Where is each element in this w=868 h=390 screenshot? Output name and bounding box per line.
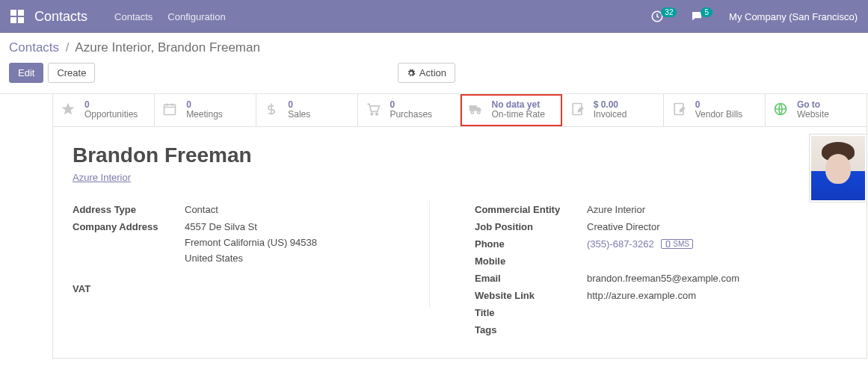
addr-line1: 4557 De Silva St xyxy=(185,221,445,232)
stat-label: On-time Rate xyxy=(492,110,545,120)
job-position-label: Job Position xyxy=(475,221,587,232)
breadcrumb-root[interactable]: Contacts xyxy=(9,40,59,55)
mobile-label: Mobile xyxy=(475,256,587,267)
control-panel: Edit Create Action xyxy=(0,58,868,94)
vat-label: VAT xyxy=(73,283,185,294)
action-button-label: Action xyxy=(419,67,446,78)
stat-on-time-rate[interactable]: No data yetOn-time Rate xyxy=(461,94,562,126)
title-area: Brandon Freeman Azure Interior xyxy=(53,127,867,194)
email-link[interactable]: brandon.freeman55@example.com xyxy=(587,273,847,284)
svg-point-5 xyxy=(477,111,479,113)
breadcrumb: Contacts / Azure Interior, Brandon Freem… xyxy=(0,33,868,58)
action-button[interactable]: Action xyxy=(398,63,455,83)
commercial-entity-label: Commercial Entity xyxy=(475,204,587,215)
stat-vendor-bills[interactable]: 0Vendor Bills xyxy=(664,94,766,126)
parent-company-link[interactable]: Azure Interior xyxy=(73,172,131,183)
nav-configuration[interactable]: Configuration xyxy=(167,11,225,22)
stat-label: Vendor Bills xyxy=(695,110,742,120)
breadcrumb-sep: / xyxy=(63,40,73,55)
stat-website[interactable]: Go toWebsite xyxy=(766,94,867,126)
nav-contacts[interactable]: Contacts xyxy=(114,11,153,22)
pencil-icon xyxy=(671,102,688,119)
discuss-badge: 5 xyxy=(701,7,712,17)
activity-badge: 32 xyxy=(661,7,677,17)
company-address-value: 4557 De Silva St Fremont California (US)… xyxy=(185,221,445,264)
stat-purchases[interactable]: 0Purchases xyxy=(358,94,460,126)
email-label: Email xyxy=(475,273,587,284)
gear-icon xyxy=(407,69,416,78)
job-position-value: Creative Director xyxy=(587,221,847,232)
truck-icon xyxy=(468,102,484,119)
mobile-icon xyxy=(665,241,671,247)
address-type-value: Contact xyxy=(185,204,445,215)
vat-value xyxy=(185,283,445,294)
pencil-icon xyxy=(570,102,586,119)
website-label: Website Link xyxy=(475,290,587,301)
left-column: Address Type Contact Company Address 455… xyxy=(73,201,445,338)
avatar[interactable] xyxy=(810,134,867,202)
addr-line3: United States xyxy=(185,253,445,264)
title-label: Title xyxy=(475,307,587,318)
addr-line2: Fremont California (US) 94538 xyxy=(185,237,445,248)
calendar-icon xyxy=(162,102,179,119)
stat-opportunities[interactable]: 0Opportunities xyxy=(53,94,155,126)
title-value xyxy=(587,307,847,318)
sms-label: SMS xyxy=(673,240,689,248)
record-name: Brandon Freeman xyxy=(73,143,847,167)
form-sheet: 0Opportunities0Meetings0Sales0PurchasesN… xyxy=(52,94,867,359)
activity-counter[interactable]: 32 xyxy=(650,10,680,23)
cart-icon xyxy=(366,102,382,119)
breadcrumb-current: Azure Interior, Brandon Freeman xyxy=(75,40,260,55)
stat-sales[interactable]: 0Sales xyxy=(256,94,358,126)
stat-invoiced[interactable]: $ 0.00Invoiced xyxy=(562,94,664,126)
star-icon xyxy=(61,102,77,119)
detail-columns: Address Type Contact Company Address 455… xyxy=(53,194,867,358)
address-type-label: Address Type xyxy=(73,204,185,215)
globe-icon xyxy=(773,102,789,119)
sms-button[interactable]: SMS xyxy=(661,239,693,249)
create-button[interactable]: Create xyxy=(48,63,95,83)
stat-label: Invoiced xyxy=(594,110,627,120)
stat-meetings[interactable]: 0Meetings xyxy=(155,94,256,126)
company-selector[interactable]: My Company (San Francisco) xyxy=(729,11,858,22)
mobile-value xyxy=(587,256,847,267)
stat-buttons: 0Opportunities0Meetings0Sales0PurchasesN… xyxy=(53,94,867,127)
svg-point-4 xyxy=(471,111,473,113)
apps-icon[interactable] xyxy=(10,10,24,23)
company-address-label: Company Address xyxy=(73,221,185,264)
edit-button[interactable]: Edit xyxy=(9,63,43,83)
svg-rect-9 xyxy=(667,241,671,247)
svg-point-2 xyxy=(371,113,373,115)
tags-value xyxy=(587,324,847,335)
right-column: Commercial Entity Azure Interior Job Pos… xyxy=(475,201,847,338)
website-link[interactable]: http://azure.example.com xyxy=(587,290,847,301)
topbar: Contacts Contacts Configuration 32 5 My … xyxy=(0,0,868,33)
svg-point-3 xyxy=(376,113,378,115)
stat-label: Meetings xyxy=(186,110,223,120)
tags-label: Tags xyxy=(475,324,587,335)
stat-label: Website xyxy=(797,110,829,120)
discuss-counter[interactable]: 5 xyxy=(690,10,715,23)
app-title: Contacts xyxy=(34,9,87,25)
phone-value: (355)-687-3262 SMS xyxy=(587,238,847,250)
phone-link[interactable]: (355)-687-3262 xyxy=(587,238,654,250)
phone-label: Phone xyxy=(475,238,587,250)
svg-rect-1 xyxy=(164,105,176,114)
commercial-entity-link[interactable]: Azure Interior xyxy=(587,204,847,215)
dollar-icon xyxy=(264,102,280,119)
stat-label: Opportunities xyxy=(84,110,138,120)
stat-label: Purchases xyxy=(390,110,432,120)
stat-label: Sales xyxy=(288,110,310,120)
